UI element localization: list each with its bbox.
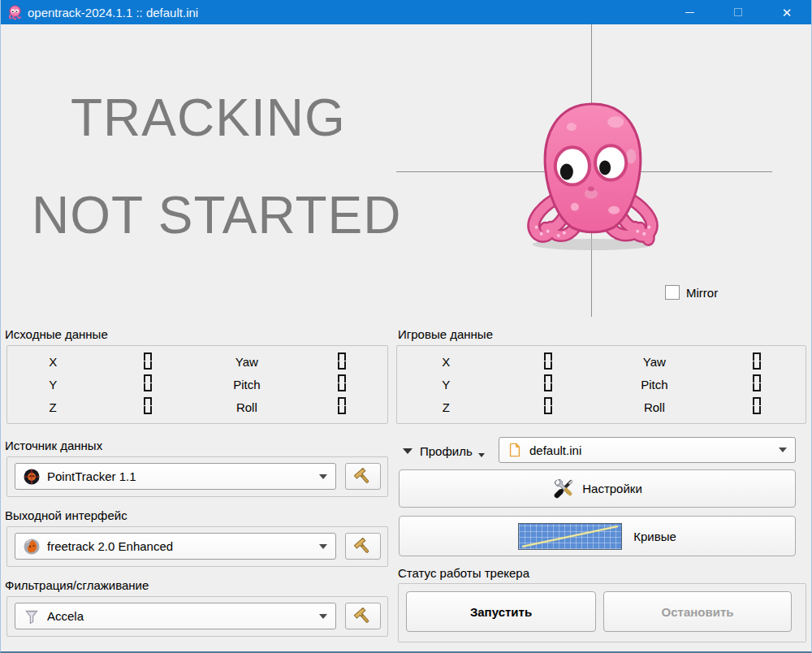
axis-value xyxy=(707,397,806,417)
octopus-mascot-image xyxy=(519,94,667,253)
maximize-button[interactable] xyxy=(714,0,762,24)
filter-combobox[interactable]: Accela xyxy=(15,603,336,629)
curves-button[interactable]: Кривые xyxy=(399,516,796,556)
document-icon xyxy=(508,443,522,457)
start-tracker-button[interactable]: Запустить xyxy=(406,591,596,632)
axis-value xyxy=(296,352,387,372)
seven-segment-zero xyxy=(338,374,346,391)
window-title: opentrack-2024.1.1 :: default.ini xyxy=(28,6,198,19)
axis-value xyxy=(98,397,197,417)
pose-row: X Yaw xyxy=(397,351,806,374)
profile-selected-file: default.ini xyxy=(529,443,772,457)
filter-section-label: Фильтрация/сглаживание xyxy=(5,578,149,592)
pose-row: X Yaw xyxy=(7,351,387,374)
seven-segment-zero xyxy=(338,397,346,414)
chevron-down-icon xyxy=(319,614,327,619)
filter-settings-button[interactable] xyxy=(345,603,381,629)
profile-menu-label: Профиль xyxy=(420,444,473,458)
tracker-status-label: Статус работы трекера xyxy=(398,566,529,580)
source-selected-value: PointTracker 1.1 xyxy=(47,469,313,483)
funnel-icon xyxy=(24,608,40,625)
seven-segment-zero xyxy=(544,374,552,391)
axis-label: Z xyxy=(7,400,98,414)
axis-label: X xyxy=(397,355,495,369)
axis-value xyxy=(98,374,197,394)
filter-selected-value: Accela xyxy=(47,609,313,623)
seven-segment-zero xyxy=(753,397,761,414)
triangle-down-icon xyxy=(403,448,412,454)
octopus-app-icon xyxy=(7,5,23,20)
profile-menu-button[interactable]: Профиль xyxy=(403,439,485,463)
hammer-icon xyxy=(353,467,373,487)
settings-button[interactable]: Настройки xyxy=(399,469,796,508)
mirror-checkbox-row: Mirror xyxy=(665,285,718,300)
source-combobox[interactable]: PointTracker 1.1 xyxy=(15,463,336,490)
axis-label: Y xyxy=(7,378,98,391)
profile-combobox[interactable]: default.ini xyxy=(499,437,796,463)
maximize-icon xyxy=(734,8,742,16)
seven-segment-zero xyxy=(753,374,761,391)
pose-row: Z Roll xyxy=(7,396,387,418)
seven-segment-zero xyxy=(144,374,152,391)
chevron-down-icon xyxy=(478,453,485,457)
settings-button-label: Настройки xyxy=(582,482,642,495)
tracking-status-text-line1: TRACKING xyxy=(71,88,346,148)
game-pose-panel: X Yaw Y Pitch Z Roll xyxy=(396,345,806,424)
opentrack-window: opentrack-2024.1.1 :: default.ini ✕ TRAC… xyxy=(0,0,812,653)
axis-label: Pitch xyxy=(601,378,707,391)
seven-segment-zero xyxy=(544,352,552,370)
chevron-down-icon xyxy=(779,448,787,452)
axis-value xyxy=(495,374,602,394)
window-controls: ✕ xyxy=(665,0,811,24)
axis-value xyxy=(296,374,387,394)
seven-segment-zero xyxy=(753,352,761,370)
source-section-label: Источник данных xyxy=(5,439,102,452)
source-settings-button[interactable] xyxy=(345,463,381,490)
pointtracker-icon xyxy=(24,469,40,485)
mirror-checkbox[interactable] xyxy=(665,285,680,300)
output-settings-button[interactable] xyxy=(345,533,381,560)
mapping-curve-thumbnail-icon xyxy=(518,523,622,550)
hammer-icon xyxy=(353,537,373,556)
axis-value xyxy=(296,397,387,417)
output-combobox[interactable]: freetrack 2.0 Enhanced xyxy=(15,533,336,560)
axis-label: Z xyxy=(397,400,495,414)
close-icon: ✕ xyxy=(782,6,793,19)
freetrack-icon xyxy=(24,538,40,555)
seven-segment-zero xyxy=(544,397,552,414)
output-selected-value: freetrack 2.0 Enhanced xyxy=(47,539,313,553)
tracking-status-text-line2: NOT STARTED xyxy=(32,185,402,245)
chevron-down-icon xyxy=(319,544,327,549)
axis-value xyxy=(707,374,806,394)
raw-pose-panel: X Yaw Y Pitch Z Roll xyxy=(6,345,388,424)
axis-value xyxy=(495,397,602,417)
mirror-checkbox-label: Mirror xyxy=(686,286,718,300)
wrench-screwdriver-icon xyxy=(552,478,575,500)
minimize-button[interactable] xyxy=(665,0,714,24)
output-section-label: Выходной интерфейс xyxy=(5,508,127,522)
game-pose-panel-title: Игровые данные xyxy=(398,327,493,341)
curves-button-label: Кривые xyxy=(633,530,676,543)
seven-segment-zero xyxy=(144,352,152,370)
pose-row: Y Pitch xyxy=(7,374,387,396)
axis-label: Y xyxy=(397,378,495,391)
seven-segment-zero xyxy=(338,352,346,370)
axis-label: Yaw xyxy=(197,355,296,369)
pose-row: Z Roll xyxy=(397,396,806,418)
axis-label: Yaw xyxy=(601,355,707,369)
hammer-icon xyxy=(353,607,373,626)
axis-label: X xyxy=(7,355,98,369)
stop-tracker-button: Остановить xyxy=(603,591,792,632)
axis-value xyxy=(98,352,197,372)
axis-label: Roll xyxy=(601,400,707,414)
raw-pose-panel-title: Исходные данные xyxy=(5,327,108,341)
axis-value xyxy=(495,352,602,372)
chevron-down-icon xyxy=(319,474,327,479)
seven-segment-zero xyxy=(144,397,152,414)
axis-label: Roll xyxy=(197,400,296,414)
axis-value xyxy=(707,352,806,372)
close-button[interactable]: ✕ xyxy=(762,0,811,24)
titlebar: opentrack-2024.1.1 :: default.ini ✕ xyxy=(1,0,811,24)
pose-row: Y Pitch xyxy=(397,374,806,396)
minimize-icon xyxy=(685,12,694,13)
